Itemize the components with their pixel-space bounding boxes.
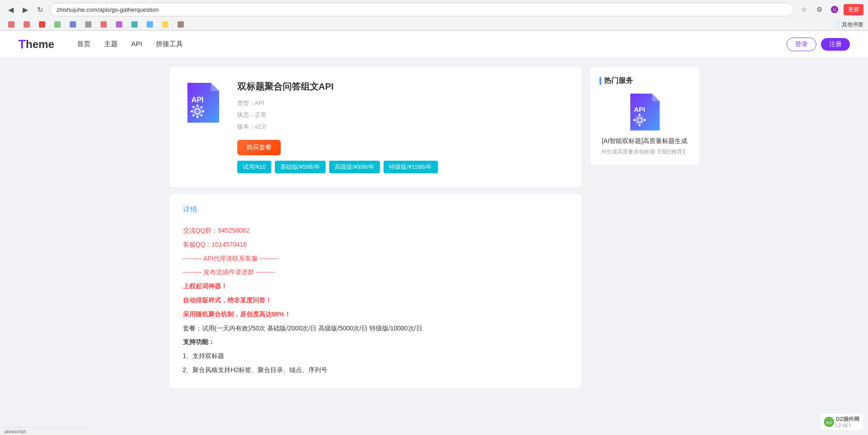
- svg-point-14: [634, 115, 644, 125]
- profile-icon[interactable]: U: [828, 3, 841, 16]
- svg-rect-16: [638, 114, 640, 116]
- plan-trial[interactable]: 试用/¥10: [237, 161, 271, 173]
- sidebar: 热门服务 API: [590, 67, 699, 388]
- bookmark-item[interactable]: [97, 20, 110, 29]
- svg-rect-5: [197, 105, 198, 107]
- svg-text:API: API: [634, 106, 645, 113]
- details-title: 详情: [183, 205, 568, 215]
- service-item[interactable]: API [AI智能双标题]高质量标题生成 AI生成高质量原创标题【强烈推荐】: [599, 93, 690, 156]
- product-icon: API: [183, 81, 224, 126]
- bookmark-item[interactable]: [112, 20, 126, 29]
- browser-actions: ☆ ⚙ U 更新: [797, 3, 863, 16]
- nav-api[interactable]: API: [131, 40, 142, 48]
- browser-nav-buttons: ◀ ▶ ↻: [5, 3, 46, 16]
- detail-qq-service: 客服QQ：1014570416: [183, 238, 568, 252]
- page-wrapper: T heme 首页 主题 API 拼接工具 登录 注册: [0, 31, 868, 430]
- product-info: 双标题聚合问答组文API 类型：API 状态：正常 版本：v2.0 购买套餐 试…: [237, 81, 568, 173]
- svg-rect-18: [633, 119, 635, 121]
- service-icon: API: [599, 93, 690, 133]
- url-bar[interactable]: [50, 3, 794, 16]
- nav-home[interactable]: 首页: [77, 40, 91, 48]
- product-status: 状态：正常: [237, 109, 568, 121]
- detail-keyword: 上权起词神器！: [183, 279, 568, 293]
- status-bar: javascript:: [0, 427, 91, 430]
- login-button[interactable]: 登录: [786, 38, 816, 51]
- register-button[interactable]: 注册: [821, 38, 850, 51]
- svg-text:DZ: DZ: [827, 421, 832, 425]
- buy-button[interactable]: 购买套餐: [237, 140, 281, 155]
- svg-rect-7: [191, 110, 193, 112]
- bookmark-item[interactable]: [158, 20, 172, 29]
- nav-tools[interactable]: 拼接工具: [156, 40, 183, 48]
- product-card: API 双: [169, 67, 581, 187]
- svg-rect-17: [638, 124, 640, 126]
- dz-text: DZ插件网 LZ·NET: [836, 416, 859, 428]
- logo[interactable]: T heme: [18, 37, 54, 52]
- svg-rect-6: [197, 116, 198, 118]
- service-desc: AI生成高质量原创标题【强烈推荐】: [599, 148, 690, 156]
- dz-logo: DZ: [824, 417, 834, 427]
- plan-advanced[interactable]: 高级版/¥998/年: [329, 161, 380, 173]
- back-button[interactable]: ◀: [5, 3, 17, 16]
- forward-button[interactable]: ▶: [19, 3, 32, 16]
- svg-text:U: U: [833, 7, 836, 12]
- dz-watermark: DZ DZ插件网 LZ·NET: [820, 413, 863, 430]
- bookmark-item[interactable]: [143, 20, 157, 29]
- extension-icon[interactable]: ⚙: [813, 3, 825, 16]
- bookmark-item[interactable]: [20, 20, 34, 29]
- header-actions: 登录 注册: [786, 38, 850, 51]
- bookmark-item[interactable]: [66, 20, 80, 29]
- main-layout: API 双: [163, 58, 706, 397]
- browser-chrome: ◀ ▶ ↻ ☆ ⚙ U 更新: [0, 0, 868, 31]
- detail-plugin: --------- 发布流插件请进群 ---------: [183, 265, 568, 279]
- bookmark-icon[interactable]: ☆: [797, 3, 810, 16]
- bookmark-item[interactable]: [35, 20, 49, 29]
- nav-theme[interactable]: 主题: [104, 40, 118, 48]
- product-version: 版本：v2.0: [237, 121, 568, 133]
- site-header: T heme 首页 主题 API 拼接工具 登录 注册: [0, 31, 868, 58]
- browser-toolbar: ◀ ▶ ↻ ☆ ⚙ U 更新: [0, 0, 868, 19]
- svg-rect-8: [202, 110, 204, 112]
- detail-support: 支持功能：: [183, 335, 568, 349]
- product-type: 类型：API: [237, 97, 568, 109]
- service-api-icon: API: [627, 93, 663, 133]
- api-icon-svg: API: [184, 82, 222, 125]
- detail-plans: 套餐：试用(一天内有效)/50次 基础版/2000次/日 高级版/5000次/日…: [183, 321, 568, 335]
- plan-premium[interactable]: 特级版/¥1596/年: [384, 161, 437, 173]
- bookmark-item[interactable]: [82, 20, 95, 29]
- plan-basic[interactable]: 基础版/¥598/年: [275, 161, 326, 173]
- detail-originality: 采用随机聚合机制，原创度高达98%！: [183, 307, 568, 321]
- details-card: 详情 交流QQ群：945258082 客服QQ：1014570416 -----…: [169, 194, 581, 388]
- bookmark-item[interactable]: [5, 20, 18, 29]
- detail-feature-2: 2、聚合风格支持H2标签、聚合目录、锚点、序列号: [183, 363, 568, 377]
- detail-qq-group: 交流QQ群：945258082: [183, 224, 568, 238]
- bookmarks-bar: 📄 其他书签: [0, 19, 868, 30]
- bookmark-item[interactable]: [51, 20, 64, 29]
- svg-text:API: API: [192, 96, 204, 104]
- price-plans: 试用/¥10 基础版/¥598/年 高级版/¥998/年 特级版/¥1596/年: [237, 161, 568, 173]
- bookmark-item[interactable]: [174, 20, 187, 29]
- other-bookmarks[interactable]: 📄 其他书签: [833, 21, 863, 29]
- site-nav: 首页 主题 API 拼接工具: [77, 40, 786, 48]
- refresh-button[interactable]: ↻: [34, 3, 46, 16]
- hot-services-card: 热门服务 API: [590, 67, 699, 165]
- content-area: API 双: [169, 67, 581, 388]
- bookmark-item[interactable]: [128, 20, 141, 29]
- logo-text: heme: [26, 38, 54, 51]
- detail-layout: 自动排版样式，绝非某度问答！: [183, 293, 568, 307]
- logo-t: T: [18, 37, 26, 52]
- product-meta: 类型：API 状态：正常 版本：v2.0: [237, 97, 568, 133]
- svg-rect-19: [643, 119, 646, 121]
- detail-feature-1: 1、支持双标题: [183, 349, 568, 363]
- detail-api-proxy: --------- API代理请联系客服 ---------: [183, 252, 568, 266]
- update-button[interactable]: 更新: [844, 4, 863, 15]
- product-title: 双标题聚合问答组文API: [237, 81, 568, 93]
- hot-services-title: 热门服务: [599, 76, 690, 86]
- service-name: [AI智能双标题]高质量标题生成: [599, 137, 690, 145]
